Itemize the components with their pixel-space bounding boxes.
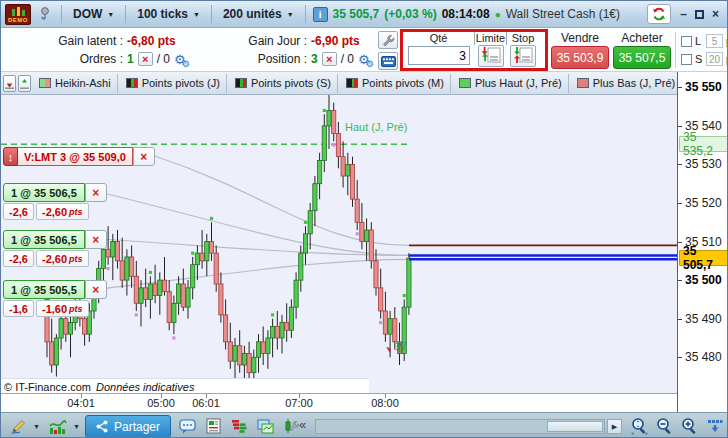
tab-plus-bas-j[interactable]: Plus Bas (J, Pré) bbox=[571, 74, 677, 93]
chart-scrollbar[interactable] bbox=[315, 419, 605, 434]
pending-order-label[interactable]: ↕ V:LMT 3 @ 35 509,0 × bbox=[3, 147, 155, 166]
zoom-in-button[interactable] bbox=[678, 415, 700, 437]
price-tick-label: 35 550 bbox=[685, 80, 722, 94]
demo-label: DEMO bbox=[8, 17, 28, 24]
indicators-dropdown[interactable]: ▼ bbox=[71, 415, 82, 437]
tab-plus-haut-j[interactable]: Plus Haut (J, Pré) bbox=[453, 74, 569, 93]
chart-windows-button[interactable] bbox=[253, 415, 277, 437]
chat-button[interactable] bbox=[175, 415, 199, 437]
wrench-icon bbox=[382, 34, 395, 47]
close-position-icon[interactable]: × bbox=[322, 52, 337, 66]
green-up-arrow-icon bbox=[19, 78, 30, 89]
copyright-text: © IT-Finance.com bbox=[4, 381, 91, 393]
time-tick-label: 08:00 bbox=[371, 397, 399, 409]
chevron-down-icon: ▼ bbox=[287, 11, 294, 18]
chevron-down-icon: ▼ bbox=[107, 11, 114, 18]
buy-button[interactable]: 35 507,5 bbox=[613, 46, 671, 69]
sell-header: Vendre bbox=[550, 31, 610, 46]
price-tick bbox=[678, 242, 682, 243]
price-tick-label: 35 510 bbox=[685, 235, 722, 249]
maximize-button[interactable] bbox=[695, 10, 704, 19]
refresh-icon[interactable] bbox=[647, 4, 671, 24]
orders-settings-icon[interactable]: ⚙⚙ bbox=[174, 52, 194, 67]
close-position-button[interactable]: × bbox=[85, 280, 107, 299]
pin-icon[interactable] bbox=[36, 4, 54, 24]
cancel-all-orders-icon[interactable]: × bbox=[138, 52, 153, 66]
import-indicator-button[interactable] bbox=[3, 75, 16, 92]
stop-label: Stop bbox=[507, 32, 539, 45]
share-button[interactable]: Partager bbox=[85, 415, 171, 438]
prev-day-high-label: Haut (J, Pré) bbox=[345, 121, 407, 133]
demo-badge: DEMO bbox=[5, 4, 31, 25]
news-button[interactable] bbox=[201, 415, 225, 437]
pivots-icon bbox=[346, 78, 358, 88]
time-tick-label: 06:01 bbox=[192, 397, 220, 409]
collapse-toolbar-icon[interactable]: « bbox=[299, 417, 305, 432]
price-tick bbox=[678, 280, 682, 281]
title-bar: DEMO DOW ▼ 100 ticks ▼ 200 unités ▼ i 35… bbox=[1, 1, 727, 28]
orders-pending: / 0 bbox=[157, 52, 170, 66]
price-tick-label: 35 480 bbox=[685, 350, 722, 364]
pivots-icon bbox=[235, 78, 247, 88]
order-settings-button[interactable] bbox=[378, 31, 398, 49]
prev-day-high-price-tag: 35 535,2 bbox=[679, 136, 728, 152]
pivots-icon bbox=[126, 78, 138, 88]
scrollbar-thumb[interactable] bbox=[547, 421, 603, 432]
zoom-out-button[interactable] bbox=[653, 415, 675, 437]
indicators-button[interactable] bbox=[45, 415, 71, 437]
account-stats-row: Gain latent : -6,80 pts Ordres : 1 × / 0… bbox=[1, 28, 727, 72]
sell-button[interactable]: 35 503,9 bbox=[551, 46, 609, 69]
close-button[interactable]: × bbox=[712, 7, 719, 21]
draw-tool-dropdown[interactable]: ▼ bbox=[31, 415, 42, 437]
stop-order-icon bbox=[512, 46, 534, 64]
zoom-fit-button[interactable] bbox=[627, 415, 651, 437]
info-icon[interactable]: i bbox=[313, 7, 328, 22]
wrench-candle-icon bbox=[283, 418, 299, 434]
limit-order-button[interactable] bbox=[478, 45, 504, 67]
position-settings-icon[interactable]: ⚙⚙ bbox=[358, 52, 378, 67]
share-icon bbox=[96, 420, 108, 433]
limit-pts-input[interactable] bbox=[706, 34, 723, 48]
tab-points-pivots-m[interactable]: Points pivots (M) bbox=[340, 74, 451, 93]
stop-order-button[interactable] bbox=[510, 45, 536, 67]
gain-jour-value: -6,90 pts bbox=[311, 34, 360, 48]
timeframe-dropdown[interactable]: 100 ticks ▼ bbox=[133, 7, 204, 21]
keyboard-button[interactable] bbox=[378, 52, 398, 70]
order-book-button[interactable] bbox=[227, 415, 251, 437]
tab-points-pivots-s[interactable]: Points pivots (S) bbox=[229, 74, 338, 93]
gain-latent-label: Gain latent : bbox=[31, 34, 123, 48]
chevron-down-icon: ▼ bbox=[193, 11, 200, 18]
stop-checkbox[interactable] bbox=[681, 54, 692, 65]
position-pnl: -2,6 -2,60pts bbox=[3, 203, 89, 220]
stop-pts-input[interactable] bbox=[706, 52, 723, 66]
pencil-icon bbox=[10, 418, 27, 435]
qty-input[interactable] bbox=[408, 46, 470, 65]
drag-handle-icon[interactable]: ↕ bbox=[3, 147, 18, 166]
order-text: V:LMT 3 @ 35 509,0 bbox=[18, 147, 133, 166]
position-pending: / 0 bbox=[341, 52, 354, 66]
orders-label: Ordres : bbox=[31, 52, 123, 66]
export-indicator-button[interactable] bbox=[18, 75, 31, 92]
cancel-order-button[interactable]: × bbox=[133, 147, 155, 166]
price-axis[interactable]: 35 535,2 35 505,7 35 55035 54035 53035 5… bbox=[677, 72, 728, 412]
draw-tool-button[interactable] bbox=[5, 415, 31, 437]
minimize-button[interactable]: – bbox=[680, 7, 687, 21]
limit-checkbox[interactable] bbox=[681, 36, 692, 47]
zoom-in-icon bbox=[680, 417, 698, 435]
price-tick bbox=[678, 203, 682, 204]
price-tick-label: 35 500 bbox=[685, 273, 722, 287]
trade-marker: 17 bbox=[385, 341, 417, 352]
chat-icon bbox=[179, 419, 196, 434]
tab-heikin-ashi[interactable]: Heikin-Ashi bbox=[33, 74, 118, 93]
close-position-button[interactable]: × bbox=[85, 230, 107, 249]
time-tick-label: 05:00 bbox=[147, 397, 175, 409]
tab-points-pivots-j[interactable]: Points pivots (J) bbox=[120, 74, 227, 93]
close-position-button[interactable]: × bbox=[85, 183, 107, 202]
chart-plot-area[interactable]: Haut (J, Pré) ↕ V:LMT 3 @ 35 509,0 × 1 @… bbox=[1, 95, 677, 394]
instrument-dropdown[interactable]: DOW ▼ bbox=[69, 7, 118, 21]
reduce-panel-button[interactable] bbox=[703, 415, 727, 437]
scroll-right-button[interactable]: ▶ bbox=[607, 419, 622, 434]
l-label: L bbox=[695, 35, 703, 47]
time-axis[interactable]: 04:0105:0006:0107:0008:00 bbox=[1, 394, 677, 412]
units-dropdown[interactable]: 200 unités ▼ bbox=[219, 7, 298, 21]
